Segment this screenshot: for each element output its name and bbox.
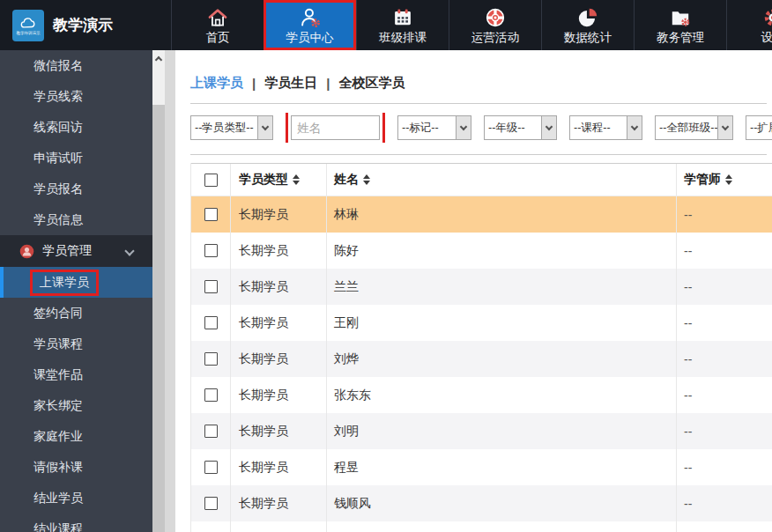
table-row[interactable]: 长期学员钱顺风--	[191, 485, 772, 521]
row-cell-type: 长期学员	[231, 341, 327, 377]
row-cell-checkbox	[191, 233, 231, 269]
person-badge-icon	[19, 244, 34, 259]
sort-arrows-icon	[363, 174, 370, 185]
sidebar-item-parent-binding[interactable]: 家长绑定	[0, 390, 152, 421]
filter-input-name[interactable]	[291, 115, 380, 140]
row-cell-type: 长期学员	[231, 196, 327, 233]
row-cell-manager: --	[677, 377, 772, 413]
sidebar-item-lead-followup[interactable]: 线索回访	[0, 112, 152, 143]
filter-select-value: --学员类型--	[191, 116, 257, 139]
select-all-checkbox[interactable]	[204, 174, 218, 187]
nav-item-operations[interactable]: 运营活动	[449, 0, 541, 50]
dropdown-arrow-button[interactable]	[627, 116, 642, 139]
table-row[interactable]: 长期学员程昱--	[191, 449, 772, 485]
sidebar-group-student-management[interactable]: 学员管理	[0, 235, 152, 267]
dropdown-arrow-button[interactable]	[541, 116, 556, 139]
row-checkbox[interactable]	[204, 461, 218, 474]
nav-item-label: 班级排课	[379, 31, 427, 45]
nav-item-data-stats[interactable]: 数据统计	[541, 0, 634, 50]
student-center-icon	[299, 5, 322, 29]
screen: 教学培训演示 教学演示 首页学员中心班级排课运营活动数据统计教务管理设置 微信报…	[0, 0, 772, 532]
brand: 教学培训演示 教学演示	[0, 0, 171, 50]
row-checkbox[interactable]	[204, 280, 218, 293]
sidebar-scrollbar[interactable]	[152, 50, 165, 532]
sidebar-item-finished-courses[interactable]: 结业课程	[0, 514, 152, 532]
filter-select-value: --全部班级--	[656, 116, 717, 139]
sidebar: 微信报名学员线索线索回访申请试听学员报名学员信息学员管理上课学员签约合同学员课程…	[0, 50, 152, 532]
row-checkbox[interactable]	[204, 244, 218, 257]
sidebar-item-student-courses[interactable]: 学员课程	[0, 329, 152, 359]
row-checkbox[interactable]	[204, 208, 218, 221]
row-cell-name: 陈好	[327, 233, 677, 269]
dropdown-arrow-button[interactable]	[717, 116, 732, 139]
nav-item-academic-admin[interactable]: 教务管理	[634, 0, 726, 50]
nav-item-label: 数据统计	[564, 31, 612, 45]
table-row[interactable]: 长期学员王刚--	[191, 305, 772, 341]
tab-student-birthday[interactable]: 学员生日	[264, 75, 317, 92]
sidebar-item-wechat-signup[interactable]: 微信报名	[0, 50, 152, 81]
sidebar-group-label: 学员管理	[42, 243, 92, 259]
sidebar-item-trial-request[interactable]: 申请试听	[0, 143, 152, 174]
row-cell-name: 程昱	[327, 449, 677, 485]
scroll-up-button[interactable]	[152, 50, 165, 66]
column-label: 学员类型	[239, 172, 288, 188]
row-checkbox[interactable]	[204, 388, 218, 402]
row-cell-checkbox	[191, 485, 231, 521]
table-row[interactable]: 长期学员刘烨--	[191, 341, 772, 377]
filter-select-value: --年级--	[485, 116, 541, 139]
app-title: 教学演示	[53, 15, 113, 35]
gear-icon	[761, 5, 772, 29]
scrollbar-thumb[interactable]	[152, 105, 165, 532]
row-cell-type: 长期学员	[231, 413, 327, 449]
row-cell-manager: --	[677, 449, 772, 485]
row-checkbox[interactable]	[204, 425, 218, 438]
nav-item-settings[interactable]: 设置	[726, 0, 772, 50]
row-cell-type: 长期学员	[231, 305, 327, 341]
filter-select-grade[interactable]: --年级--	[484, 115, 557, 140]
header-cell-type[interactable]: 学员类型	[231, 164, 327, 196]
sidebar-item-graduated-students[interactable]: 结业学员	[0, 483, 152, 514]
sidebar-item-class-works[interactable]: 课堂作品	[0, 359, 152, 390]
sidebar-item-leave-makeup[interactable]: 请假补课	[0, 452, 152, 483]
tab-attending-students[interactable]: 上课学员	[190, 75, 243, 92]
table-body: 长期学员林琳--长期学员陈好--长期学员兰兰--长期学员王刚--长期学员刘烨--…	[191, 196, 772, 532]
row-checkbox[interactable]	[204, 497, 218, 510]
header-cell-name[interactable]: 姓名	[327, 164, 677, 196]
students-table: 学员类型姓名学管师 长期学员林琳--长期学员陈好--长期学员兰兰--长期学员王刚…	[190, 163, 772, 532]
dropdown-arrow-button[interactable]	[456, 116, 471, 139]
sidebar-item-student-signup[interactable]: 学员报名	[0, 174, 152, 204]
nav-item-home[interactable]: 首页	[171, 0, 264, 50]
logo-caption: 教学培训演示	[17, 30, 41, 34]
filter-select-class[interactable]: --全部班级--	[655, 115, 733, 140]
row-cell-manager: --	[677, 233, 772, 269]
filter-select-course[interactable]: --课程--	[569, 115, 642, 140]
sidebar-item-student-info[interactable]: 学员信息	[0, 204, 152, 235]
row-cell-manager: --	[677, 341, 772, 377]
sidebar-item-student-leads[interactable]: 学员线索	[0, 81, 152, 112]
row-cell-name: 兰兰	[327, 269, 677, 305]
nav-item-label: 学员中心	[286, 31, 334, 45]
row-cell-checkbox	[191, 269, 231, 305]
table-row[interactable]: 长期学员陈好--	[191, 233, 772, 269]
sidebar-item-contracts[interactable]: 签约合同	[0, 298, 152, 329]
filter-select-extend[interactable]: --扩展--	[746, 115, 772, 140]
header-cell-manager[interactable]: 学管师	[677, 164, 772, 196]
table-row[interactable]: 长期学员林琳--	[191, 196, 772, 233]
row-checkbox[interactable]	[204, 352, 218, 366]
sidebar-item-homework[interactable]: 家庭作业	[0, 421, 152, 452]
top-nav: 首页学员中心班级排课运营活动数据统计教务管理设置	[171, 0, 772, 50]
table-row[interactable]: 长期学员张东东--	[191, 377, 772, 413]
sort-arrows-icon	[725, 174, 732, 185]
filter-select-tag[interactable]: --标记--	[397, 115, 471, 140]
filter-select-student-type[interactable]: --学员类型--	[190, 115, 273, 140]
dropdown-arrow-button[interactable]	[257, 116, 272, 139]
nav-item-label: 设置	[761, 31, 772, 45]
nav-item-class-scheduling[interactable]: 班级排课	[356, 0, 449, 50]
table-row[interactable]: 长期学员兰兰--	[191, 269, 772, 305]
nav-item-student-center[interactable]: 学员中心	[264, 0, 356, 50]
table-row[interactable]: 长期学员刘明--	[191, 413, 772, 449]
row-checkbox[interactable]	[204, 316, 218, 329]
sidebar-item-attending-students[interactable]: 上课学员	[0, 267, 152, 298]
tab-all-campus-students[interactable]: 全校区学员	[338, 75, 405, 92]
piechart-icon	[576, 5, 599, 29]
